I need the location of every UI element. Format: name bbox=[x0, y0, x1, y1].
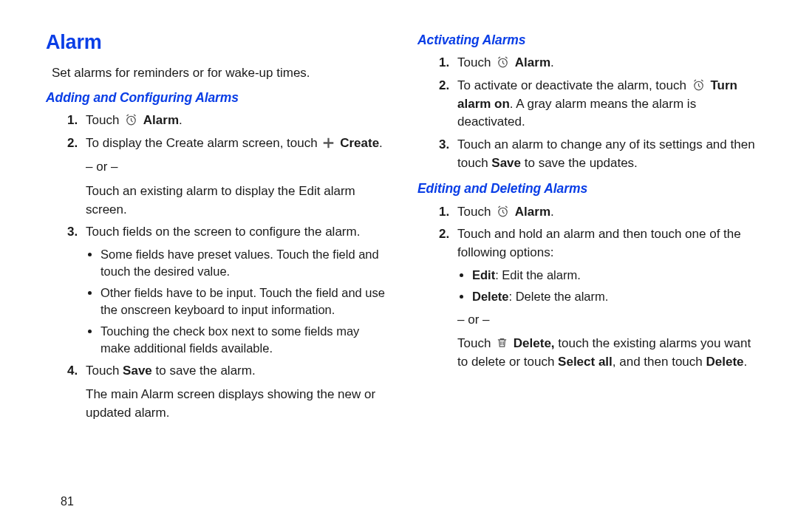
section-editing-deleting: Editing and Deleting Alarms bbox=[417, 180, 763, 198]
step-text-end: to save the alarm. bbox=[152, 364, 256, 378]
bullet-item: Other fields have to be input. Touch the… bbox=[100, 284, 391, 318]
text: , and then touch bbox=[613, 355, 706, 369]
step-continuation: Touch an existing alarm to display the E… bbox=[86, 183, 391, 219]
delete-label: Delete, bbox=[514, 336, 555, 350]
step-text: Touch bbox=[457, 205, 494, 219]
save-label: Save bbox=[123, 364, 152, 378]
step-1: Touch Alarm. bbox=[453, 203, 763, 222]
trash-icon bbox=[496, 335, 508, 349]
step-text-end: . bbox=[550, 205, 554, 219]
steps-editing: Touch Alarm. Touch and hold an alarm and… bbox=[417, 203, 763, 372]
right-column: Activating Alarms Touch Alarm. To activa… bbox=[417, 28, 763, 426]
step-2-bullets: Edit: Edit the alarm. Delete: Delete the… bbox=[457, 267, 763, 305]
or-separator: – or – bbox=[457, 311, 763, 330]
bullet-item: Delete: Delete the alarm. bbox=[472, 288, 763, 305]
left-column: Alarm Set alarms for reminders or for wa… bbox=[46, 28, 391, 426]
intro-text: Set alarms for reminders or for wake-up … bbox=[52, 64, 391, 83]
alarm-clock-icon bbox=[496, 204, 510, 218]
step-2: To activate or deactivate the alarm, tou… bbox=[453, 77, 763, 132]
step-1: Touch Alarm. bbox=[453, 54, 763, 72]
step-1: Touch Alarm. bbox=[81, 112, 391, 130]
or-separator: – or – bbox=[86, 158, 391, 177]
step-text: Touch and hold an alarm and then touch o… bbox=[457, 227, 741, 259]
plus-icon bbox=[322, 137, 335, 149]
step-text-end: to save the updates. bbox=[521, 156, 638, 170]
alarm-clock-icon bbox=[124, 112, 138, 126]
save-label: Save bbox=[491, 156, 521, 170]
select-all-label: Select all bbox=[558, 355, 613, 369]
bullet-item: Some fields have preset values. Touch th… bbox=[100, 246, 391, 280]
step-text: Touch bbox=[457, 55, 494, 69]
create-label: Create bbox=[340, 136, 379, 150]
step-4: Touch Save to save the alarm. The main A… bbox=[81, 362, 391, 423]
step-3: Touch fields on the screen to configure … bbox=[81, 223, 391, 357]
text: . bbox=[744, 355, 748, 369]
alarm-label: Alarm bbox=[515, 205, 550, 219]
bullet-item: Touching the check box next to some fiel… bbox=[100, 323, 391, 357]
bullet-text: : Edit the alarm. bbox=[495, 268, 581, 282]
step-text: Touch bbox=[86, 113, 123, 127]
step-3: Touch an alarm to change any of its sett… bbox=[453, 136, 763, 172]
page-number: 81 bbox=[61, 493, 74, 510]
step-text-end: . bbox=[379, 136, 383, 150]
bullet-text: : Delete the alarm. bbox=[509, 290, 609, 303]
two-column-layout: Alarm Set alarms for reminders or for wa… bbox=[46, 28, 763, 426]
delete-label: Delete bbox=[472, 290, 509, 303]
page-title: Alarm bbox=[46, 28, 391, 57]
edit-label: Edit bbox=[472, 268, 495, 282]
manual-page: Alarm Set alarms for reminders or for wa… bbox=[0, 0, 798, 532]
step-text-end: . bbox=[179, 113, 183, 127]
delete-label: Delete bbox=[706, 355, 743, 369]
step-text: To display the Create alarm screen, touc… bbox=[86, 136, 321, 150]
step-continuation: Touch Delete, touch the existing alarms … bbox=[457, 335, 763, 371]
bullet-item: Edit: Edit the alarm. bbox=[472, 267, 763, 284]
step-text: Touch fields on the screen to configure … bbox=[86, 225, 360, 239]
step-3-bullets: Some fields have preset values. Touch th… bbox=[86, 246, 391, 358]
alarm-label: Alarm bbox=[143, 113, 179, 127]
steps-adding: Touch Alarm. To display the Create alarm… bbox=[46, 112, 391, 422]
section-adding-configuring: Adding and Configuring Alarms bbox=[46, 89, 391, 107]
text: Touch bbox=[457, 336, 494, 350]
step-text: To activate or deactivate the alarm, tou… bbox=[457, 78, 690, 92]
steps-activating: Touch Alarm. To activate or deactivate t… bbox=[417, 54, 763, 172]
step-2: To display the Create alarm screen, touc… bbox=[81, 134, 391, 219]
alarm-clock-icon bbox=[496, 55, 510, 69]
alarm-clock-icon bbox=[692, 78, 706, 92]
step-text: Touch bbox=[86, 364, 123, 378]
alarm-label: Alarm bbox=[515, 55, 550, 69]
section-activating: Activating Alarms bbox=[417, 31, 763, 50]
step-continuation: The main Alarm screen displays showing t… bbox=[86, 386, 391, 422]
step-text-end: . bbox=[550, 55, 554, 69]
step-2: Touch and hold an alarm and then touch o… bbox=[453, 225, 763, 371]
